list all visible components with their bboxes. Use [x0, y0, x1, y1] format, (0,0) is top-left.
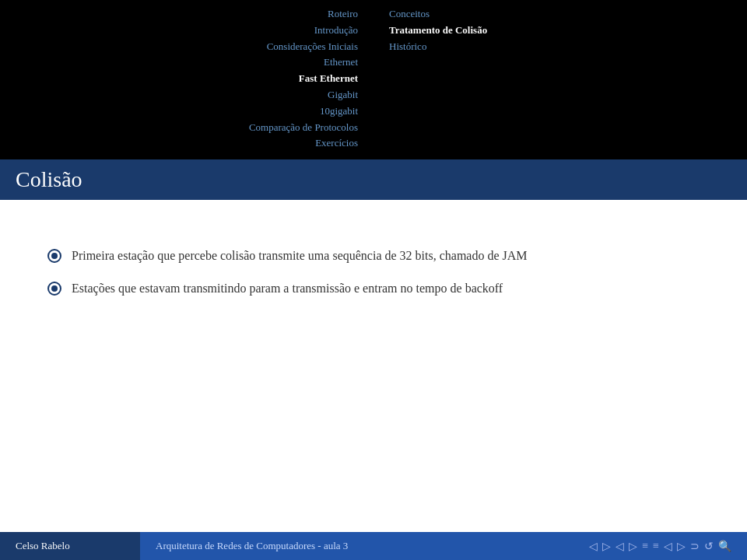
list-item: Estações que estavam transmitindo param … — [47, 279, 700, 298]
author-name: Celso Rabelo — [16, 540, 70, 552]
top-navigation-bar: Roteiro Introdução Considerações Iniciai… — [0, 0, 747, 159]
footer-bar: Celso Rabelo Arquitetura de Redes de Com… — [0, 532, 747, 560]
nav-icon-5[interactable]: ≡ — [642, 540, 648, 552]
course-title: Arquitetura de Redes de Computadores - a… — [156, 540, 348, 552]
svg-point-3 — [51, 285, 58, 292]
bullet-icon-2 — [47, 281, 62, 296]
nav-item-roteiro[interactable]: Roteiro — [328, 6, 358, 23]
list-item: Primeira estação que percebe colisão tra… — [47, 247, 700, 265]
nav-item-exercicios[interactable]: Exercícios — [315, 135, 358, 152]
bullet-text-2: Estações que estavam transmitindo param … — [72, 279, 503, 298]
nav-item-historico[interactable]: Histórico — [389, 39, 426, 55]
nav-icon-9[interactable]: ⊃ — [690, 540, 700, 553]
footer-course: Arquitetura de Redes de Computadores - a… — [140, 532, 747, 560]
bullet-icon-1 — [47, 248, 62, 264]
nav-item-ethernet[interactable]: Ethernet — [324, 54, 358, 71]
nav-item-fast-ethernet[interactable]: Fast Ethernet — [299, 71, 358, 87]
bullet-text-1: Primeira estação que percebe colisão tra… — [72, 247, 528, 265]
nav-icon-refresh[interactable]: ↺ — [704, 540, 714, 553]
nav-icon-6[interactable]: ≡ — [653, 540, 659, 552]
nav-icon-7[interactable]: ◁ — [664, 540, 672, 553]
main-content: Primeira estação que percebe colisão tra… — [0, 200, 747, 343]
bullet-list: Primeira estação que percebe colisão tra… — [47, 247, 700, 298]
footer-navigation-icons: ◁ ▷ ◁ ▷ ≡ ≡ ◁ ▷ ⊃ ↺ 🔍 — [589, 540, 731, 553]
section-title: Colisão — [16, 167, 82, 192]
nav-item-introducao[interactable]: Introdução — [314, 23, 358, 39]
search-icon[interactable]: 🔍 — [718, 540, 731, 553]
section-header: Colisão — [0, 159, 747, 200]
svg-point-1 — [51, 253, 58, 259]
nav-item-comparacao[interactable]: Comparação de Protocolos — [249, 120, 358, 136]
footer-author: Celso Rabelo — [0, 532, 140, 560]
nav-icon-3[interactable]: ◁ — [615, 540, 624, 553]
nav-item-gigabit[interactable]: Gigabit — [328, 87, 358, 103]
nav-left-column: Roteiro Introdução Considerações Iniciai… — [0, 0, 374, 159]
nav-item-10gigabit[interactable]: 10gigabit — [320, 103, 358, 120]
nav-item-conceitos[interactable]: Conceitos — [389, 6, 430, 23]
nav-item-tratamento[interactable]: Tratamento de Colisão — [389, 23, 487, 39]
nav-icon-4[interactable]: ▷ — [629, 540, 637, 553]
nav-right-column: Conceitos Tratamento de Colisão Históric… — [374, 0, 747, 159]
nav-icon-2[interactable]: ▷ — [602, 540, 611, 553]
nav-item-consideracoes[interactable]: Considerações Iniciais — [267, 39, 358, 55]
prev-page-icon[interactable]: ◁ — [589, 540, 598, 553]
nav-icon-8[interactable]: ▷ — [677, 540, 686, 553]
